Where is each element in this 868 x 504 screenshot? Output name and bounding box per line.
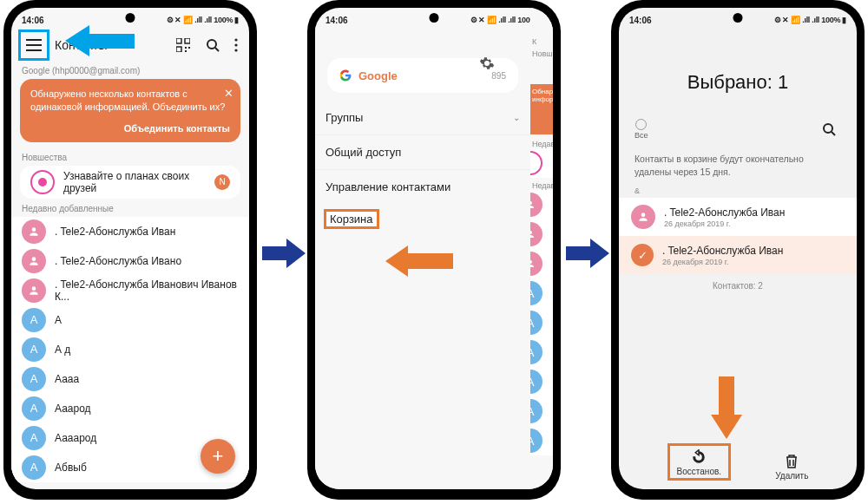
news-header: Новшества bbox=[11, 147, 249, 166]
avatar: А bbox=[530, 370, 542, 394]
guide-arrow-orange-1 bbox=[385, 242, 453, 280]
contact-name: Аааарод bbox=[55, 432, 96, 444]
contact-name: Аааа bbox=[55, 373, 79, 385]
avatar: А bbox=[530, 399, 542, 423]
merge-card[interactable]: Обнаружено несколько контактов с одинако… bbox=[20, 79, 240, 142]
contact-row[interactable]: АА д bbox=[11, 335, 249, 364]
trash-name: . Tele2-Абонслужба Иван bbox=[664, 206, 785, 219]
status-icons: ⚙ ✕ 📶 .ıll .ıll 100% ▮ bbox=[167, 16, 239, 24]
svg-rect-1 bbox=[185, 38, 190, 43]
news-row[interactable]: Узнавайте о планах своих друзей N bbox=[20, 166, 240, 199]
trash-icon bbox=[785, 454, 799, 469]
svg-rect-5 bbox=[185, 50, 187, 52]
close-icon[interactable]: ✕ bbox=[224, 86, 233, 101]
contact-row-peek: А bbox=[530, 308, 553, 337]
avatar: А bbox=[22, 367, 46, 391]
gear-icon[interactable] bbox=[475, 51, 499, 75]
trash-date: 26 декабря 2019 г. bbox=[662, 258, 783, 266]
contact-row-peek: А bbox=[530, 367, 553, 396]
hamburger-icon[interactable] bbox=[22, 33, 46, 57]
add-contact-fab[interactable]: + bbox=[201, 439, 235, 474]
contact-row-peek: А bbox=[530, 337, 553, 367]
svg-point-8 bbox=[234, 43, 237, 46]
avatar: А bbox=[530, 429, 542, 453]
more-icon[interactable] bbox=[230, 33, 242, 57]
contacts-screen: 14:06 ⚙ ✕ 📶 .ıll .ıll 100% ▮ Контакты Go… bbox=[11, 8, 249, 489]
avatar: А bbox=[22, 308, 46, 332]
contact-name: . Tele2-Абонслужба Иванович Иванов К... bbox=[55, 278, 239, 303]
avatar: А bbox=[22, 396, 46, 421]
contact-row[interactable]: . Tele2-Абонслужба Иванович Иванов К... bbox=[11, 276, 249, 305]
trash-row[interactable]: . Tele2-Абонслужба Иван26 декабря 2019 г… bbox=[619, 198, 857, 236]
guide-arrow-orange-2 bbox=[707, 376, 746, 439]
trash-date: 26 декабря 2019 г. bbox=[664, 219, 785, 228]
merge-text: Обнаружено несколько контактов с одинако… bbox=[30, 88, 225, 112]
avatar bbox=[22, 278, 46, 303]
search-icon[interactable] bbox=[201, 33, 225, 57]
checkmark-icon: ✓ bbox=[631, 244, 654, 266]
radio-unchecked-icon bbox=[635, 119, 647, 130]
avatar: А bbox=[22, 426, 46, 450]
avatar: А bbox=[22, 455, 46, 480]
avatar: А bbox=[530, 340, 542, 364]
menu-trash[interactable]: Корзина bbox=[324, 209, 379, 229]
guide-arrow-blue bbox=[65, 22, 135, 61]
recent-header: Недавно добавленные bbox=[11, 199, 249, 217]
contact-row[interactable]: ААаарод bbox=[11, 394, 249, 423]
contact-row-peek: А bbox=[530, 396, 553, 426]
contact-name: . Tele2-Абонслужба Иван bbox=[55, 226, 175, 238]
transition-arrow-1 bbox=[262, 236, 306, 271]
delete-button[interactable]: Удалить bbox=[775, 454, 808, 481]
avatar bbox=[22, 219, 46, 244]
menu-manage[interactable]: Управление контактами bbox=[315, 169, 530, 204]
svg-rect-4 bbox=[188, 47, 190, 49]
contact-name: . Tele2-Абонслужба Ивано bbox=[55, 255, 181, 267]
svg-point-9 bbox=[234, 49, 237, 51]
news-text: Узнавайте о планах своих друзей bbox=[63, 170, 206, 194]
search-icon[interactable] bbox=[817, 117, 841, 141]
contact-row[interactable]: АА bbox=[11, 305, 249, 335]
svg-point-10 bbox=[824, 124, 832, 133]
avatar: А bbox=[22, 337, 46, 362]
contact-row-peek bbox=[530, 249, 553, 278]
svg-marker-11 bbox=[65, 25, 135, 56]
background-peek: К Новш Обнар инфор Недав Недав АААААА bbox=[530, 8, 553, 489]
clock: 14:06 bbox=[629, 16, 652, 25]
select-all[interactable]: Все bbox=[635, 119, 648, 140]
merge-action[interactable]: Объединить контакты bbox=[30, 122, 230, 135]
contact-name: А bbox=[55, 314, 62, 326]
restore-button[interactable]: Восстанов. bbox=[667, 443, 731, 481]
contact-name: А д bbox=[55, 344, 70, 356]
svg-rect-2 bbox=[176, 47, 181, 52]
clock: 14:06 bbox=[22, 16, 44, 25]
contact-row[interactable]: . Tele2-Абонслужба Ивано bbox=[11, 246, 249, 276]
selection-title: Выбрано: 1 bbox=[619, 71, 857, 94]
qr-icon[interactable] bbox=[171, 33, 195, 57]
avatar bbox=[530, 222, 542, 246]
contact-row-peek bbox=[530, 219, 553, 249]
trash-row[interactable]: ✓. Tele2-Абонслужба Иван26 декабря 2019 … bbox=[619, 236, 857, 274]
contact-name: Ааарод bbox=[55, 403, 91, 415]
restore-icon bbox=[691, 449, 707, 465]
transition-arrow-2 bbox=[566, 236, 609, 271]
clock: 14:06 bbox=[326, 16, 348, 25]
svg-marker-12 bbox=[262, 239, 306, 268]
trash-name: . Tele2-Абонслужба Иван bbox=[662, 245, 783, 257]
svg-marker-13 bbox=[385, 245, 453, 277]
news-avatar bbox=[30, 170, 55, 194]
contact-row[interactable]: . Tele2-Абонслужба Иван bbox=[11, 217, 249, 246]
svg-marker-15 bbox=[711, 376, 742, 439]
news-badge: N bbox=[214, 174, 230, 190]
svg-rect-0 bbox=[176, 38, 181, 43]
svg-point-7 bbox=[234, 38, 237, 41]
menu-groups[interactable]: Группы⌄ bbox=[315, 100, 530, 134]
contact-row-peek: А bbox=[530, 278, 553, 308]
avatar bbox=[530, 193, 542, 217]
contact-row[interactable]: ААааа bbox=[11, 364, 249, 394]
contact-row-peek: А bbox=[530, 426, 553, 455]
avatar bbox=[631, 205, 655, 229]
contact-row-peek bbox=[530, 190, 553, 219]
google-icon bbox=[339, 69, 352, 82]
svg-point-6 bbox=[207, 40, 216, 49]
menu-share[interactable]: Общий доступ bbox=[315, 134, 530, 169]
